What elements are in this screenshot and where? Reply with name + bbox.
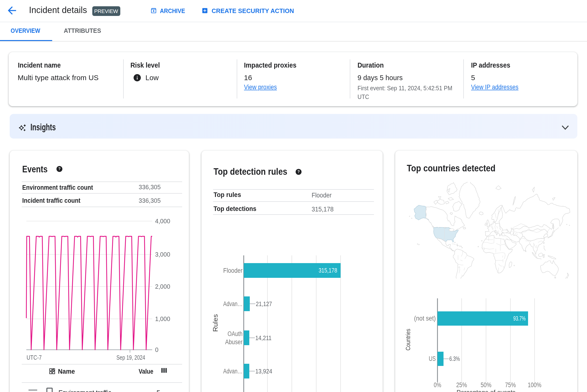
svg-text:50%: 50% <box>481 381 492 388</box>
svg-text:?: ? <box>297 170 300 174</box>
svg-text:Advan…: Advan… <box>223 300 242 308</box>
svg-text:0%: 0% <box>434 381 441 388</box>
svg-text:OAuth: OAuth <box>227 330 242 338</box>
svg-text:Advan…: Advan… <box>223 368 242 375</box>
svg-text:13,924: 13,924 <box>255 368 272 375</box>
svg-text:14,211: 14,211 <box>255 334 271 342</box>
svg-text:315,178: 315,178 <box>319 267 337 274</box>
svg-text:(not set): (not set) <box>414 315 436 322</box>
svg-text:2,000: 2,000 <box>155 283 170 290</box>
svg-text:US: US <box>429 355 436 362</box>
svg-text:93.7%: 93.7% <box>513 315 526 322</box>
svg-text:4,000: 4,000 <box>155 218 170 224</box>
svg-text:Flooder: Flooder <box>223 267 242 274</box>
svg-text:1,000: 1,000 <box>155 316 170 322</box>
svg-text:Abuser: Abuser <box>225 338 242 346</box>
svg-text:Countries: Countries <box>404 329 412 350</box>
svg-text:Rules: Rules <box>212 314 219 332</box>
svg-text:6.3%: 6.3% <box>449 355 460 362</box>
svg-text:Percentage of events: Percentage of events <box>457 388 515 392</box>
svg-text:21,127: 21,127 <box>256 300 272 308</box>
svg-text:?: ? <box>58 166 61 171</box>
svg-text:100%: 100% <box>528 381 541 388</box>
svg-text:25%: 25% <box>456 381 467 388</box>
svg-text:0: 0 <box>155 346 158 353</box>
svg-text:75%: 75% <box>505 381 516 388</box>
svg-text:3,000: 3,000 <box>155 251 170 258</box>
